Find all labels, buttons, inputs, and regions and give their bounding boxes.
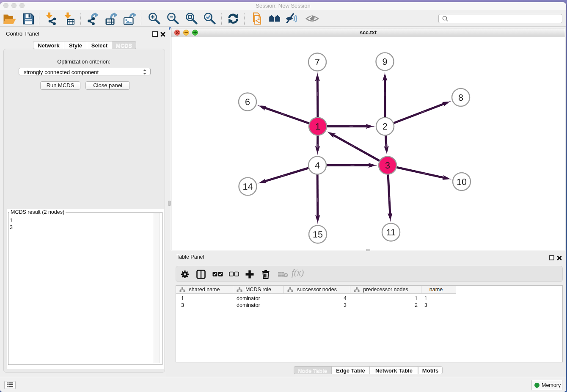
svg-text:14: 14 bbox=[243, 182, 253, 192]
svg-text:6: 6 bbox=[245, 97, 250, 107]
svg-text:2: 2 bbox=[383, 121, 388, 132]
svg-text:15: 15 bbox=[313, 229, 323, 240]
svg-text:3: 3 bbox=[385, 160, 390, 171]
svg-text:9: 9 bbox=[383, 57, 388, 67]
svg-text:4: 4 bbox=[315, 160, 320, 171]
svg-text:11: 11 bbox=[386, 227, 396, 237]
svg-text:1: 1 bbox=[315, 121, 320, 132]
svg-text:7: 7 bbox=[315, 57, 320, 67]
svg-text:8: 8 bbox=[458, 93, 463, 103]
svg-text:10: 10 bbox=[457, 177, 467, 187]
